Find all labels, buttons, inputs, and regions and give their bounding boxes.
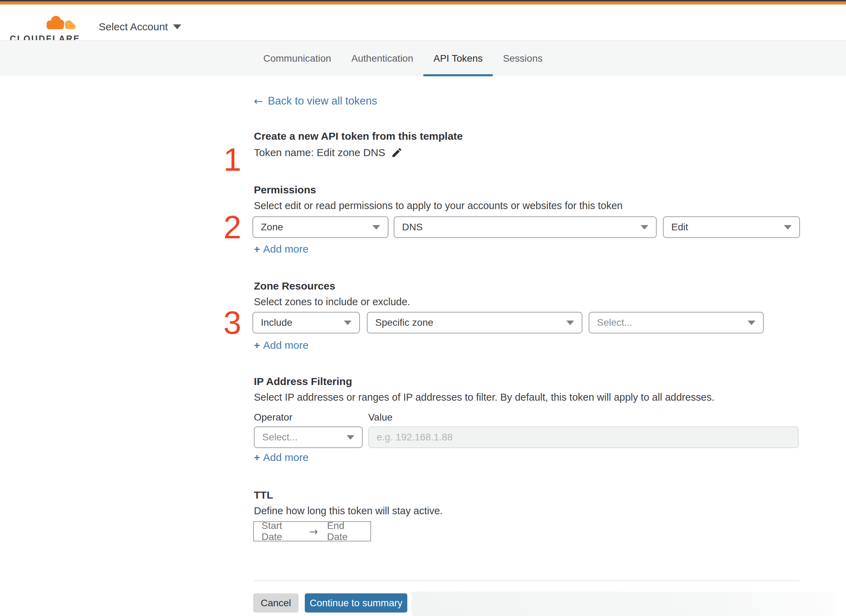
zone-picker-select[interactable]: Select... — [589, 312, 764, 333]
edit-pencil-icon[interactable] — [391, 147, 403, 158]
tab-authentication[interactable]: Authentication — [341, 40, 423, 76]
profile-tabbar: Communication Authentication API Tokens … — [0, 40, 846, 76]
permissions-description: Select edit or read permissions to apply… — [254, 200, 622, 211]
cancel-button[interactable]: Cancel — [253, 593, 299, 613]
value-label: Value — [368, 412, 393, 423]
ip-operator-select[interactable]: Select... — [254, 427, 363, 448]
ip-operator-placeholder: Select... — [262, 432, 297, 443]
permissions-title: Permissions — [254, 184, 316, 196]
chevron-down-icon — [372, 225, 380, 230]
plus-icon: + — [254, 243, 260, 255]
page-title: Create a new API token from this templat… — [254, 130, 463, 142]
account-selector[interactable]: Select Account — [99, 9, 181, 45]
tab-sessions[interactable]: Sessions — [493, 40, 553, 76]
tab-api-tokens[interactable]: API Tokens — [423, 40, 493, 76]
ip-filtering-title: IP Address Filtering — [254, 375, 352, 387]
back-to-tokens-link[interactable]: ← Back to view all tokens — [254, 95, 377, 107]
permission-access-select[interactable]: Edit — [663, 216, 800, 238]
chevron-down-icon — [347, 435, 354, 440]
continue-to-summary-button[interactable]: Continue to summary — [305, 593, 407, 613]
app-header: CLOUDFLARE Select Account — [0, 4, 846, 40]
zone-picker-placeholder: Select... — [597, 317, 632, 328]
cloudflare-logo-icon — [43, 14, 77, 31]
token-name-row: Token name: Edit zone DNS — [254, 147, 403, 158]
zone-resources-title: Zone Resources — [254, 280, 335, 292]
ip-filtering-description: Select IP addresses or ranges of IP addr… — [254, 392, 715, 403]
footer-loading-shimmer — [412, 592, 836, 616]
permission-access-value: Edit — [671, 221, 688, 233]
footer-divider — [254, 581, 800, 581]
tab-communication[interactable]: Communication — [253, 40, 341, 76]
start-date-placeholder: Start Date — [262, 520, 300, 543]
zone-include-value: Include — [261, 317, 292, 328]
permissions-add-more-link[interactable]: + Add more — [254, 243, 309, 255]
operator-label: Operator — [254, 412, 293, 423]
back-arrow-icon: ← — [254, 95, 263, 107]
permission-group-value: DNS — [402, 221, 423, 233]
permission-scope-value: Zone — [261, 221, 283, 233]
plus-icon: + — [254, 339, 260, 351]
cloudflare-create-api-token-page: CLOUDFLARE Select Account Communication … — [0, 0, 846, 616]
chevron-down-icon — [344, 321, 352, 325]
step-number-1: 1 — [219, 144, 241, 176]
step-number-2: 2 — [219, 211, 241, 243]
zone-resources-description: Select zones to include or exclude. — [254, 296, 410, 308]
right-arrow-icon: → — [309, 525, 318, 538]
ip-filtering-add-more-link[interactable]: + Add more — [254, 452, 309, 463]
ip-value-input — [368, 427, 799, 448]
zone-type-select[interactable]: Specific zone — [367, 312, 583, 333]
token-name-text: Token name: Edit zone DNS — [254, 147, 385, 158]
zone-resources-add-more-link[interactable]: + Add more — [254, 339, 309, 351]
permission-group-select[interactable]: DNS — [394, 216, 657, 238]
zone-include-select[interactable]: Include — [253, 312, 360, 333]
plus-icon: + — [254, 452, 260, 463]
zone-type-value: Specific zone — [375, 317, 434, 328]
chevron-down-icon — [173, 24, 181, 29]
ttl-title: TTL — [254, 489, 273, 501]
account-selector-label: Select Account — [99, 21, 168, 33]
end-date-placeholder: End Date — [327, 520, 363, 543]
chevron-down-icon — [566, 321, 574, 325]
chevron-down-icon — [641, 225, 648, 230]
permission-scope-select[interactable]: Zone — [253, 216, 388, 238]
ttl-date-range-picker[interactable]: Start Date → End Date — [253, 521, 371, 541]
chevron-down-icon — [784, 225, 792, 230]
back-link-label: Back to view all tokens — [268, 95, 377, 107]
brand-accent-bar — [0, 1, 846, 4]
chevron-down-icon — [747, 321, 755, 325]
tabs: Communication Authentication API Tokens … — [253, 40, 553, 76]
step-number-3: 3 — [219, 307, 241, 339]
ttl-description: Define how long this token will stay act… — [254, 505, 443, 517]
